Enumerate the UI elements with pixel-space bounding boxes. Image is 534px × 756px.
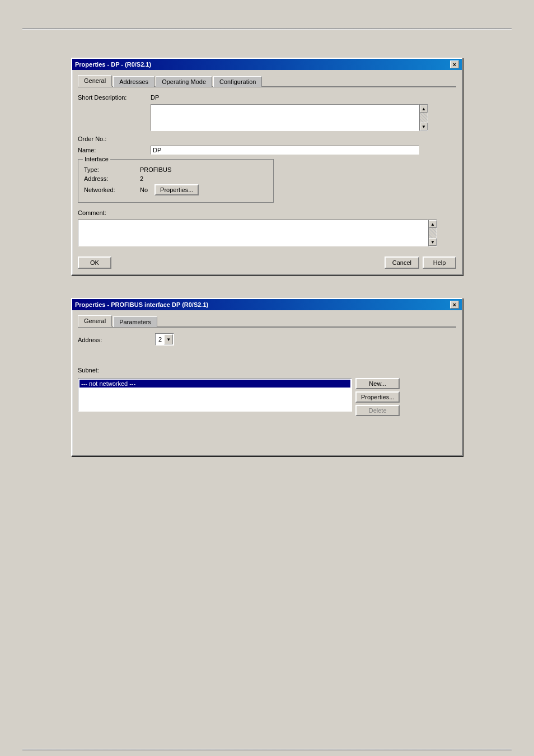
subnet-label: Subnet: [78,366,151,374]
help-button[interactable]: Help [423,256,456,269]
type-label: Type: [84,166,140,173]
networked-label: Networked: [84,186,140,193]
tab-operating-mode[interactable]: Operating Mode [156,76,212,87]
bottom-border [22,749,512,750]
new-button[interactable]: New... [355,378,400,389]
cancel-button[interactable]: Cancel [385,256,419,269]
dialog1-content: General Addresses Operating Mode Configu… [72,70,462,274]
type-row: Type: PROFIBUS [84,166,268,173]
interface-content: Type: PROFIBUS Address: 2 Networked: No … [84,166,268,195]
address-select[interactable]: 2 ▼ [155,333,174,346]
scroll-down-btn[interactable]: ▼ [420,123,428,130]
order-no-label: Order No.: [78,134,151,142]
bottom-spacer [78,416,456,450]
interface-properties-button[interactable]: Properties... [154,184,199,195]
comment-scroll-down[interactable]: ▼ [429,238,437,246]
dialog2-titlebar: Properties - PROFIBUS interface DP (R0/S… [72,299,462,310]
dialog2-tab-general[interactable]: General [78,315,112,327]
footer-left-spacer: OK [78,256,381,269]
dialog2-close-button[interactable]: × [450,301,459,309]
ok-button[interactable]: OK [78,256,111,269]
tab-configuration[interactable]: Configuration [213,76,262,87]
address-row: Address: 2 [84,175,268,182]
comment-label-row: Comment: [78,208,456,216]
dialog2-tab-bar: General Parameters [78,315,456,328]
networked-row: Networked: No Properties... [84,184,268,195]
comment-textarea-row: ▲ ▼ [78,220,456,246]
comment-scroll-track [429,228,437,238]
description-textarea-row: ▲ ▼ [151,104,456,131]
address-select-value: 2 [156,335,164,343]
dialog1-tab-bar: General Addresses Operating Mode Configu… [78,74,456,87]
description-scrollbar[interactable]: ▲ ▼ [419,104,428,131]
short-description-label: Short Description: [78,93,151,101]
name-input[interactable] [151,146,419,155]
dialog1-title: Properties - DP - (R0/S2.1) [75,61,450,68]
name-label: Name: [78,146,151,153]
comment-scroll-up[interactable]: ▲ [429,220,437,228]
dialog1-window: Properties - DP - (R0/S2.1) × General Ad… [71,58,463,276]
subnet-buttons: New... Properties... Delete [355,378,400,416]
interface-legend: Interface [83,156,110,162]
dialog2-address-row: Address: 2 ▼ [78,333,456,346]
dialog2-address-label: Address: [78,335,151,343]
scroll-track [420,113,428,123]
subnet-list[interactable]: --- not networked --- [78,378,352,412]
name-row: Name: [78,146,456,155]
type-value: PROFIBUS [140,166,171,173]
comment-textarea-wrapper: ▲ ▼ [78,220,437,246]
interface-group: Interface Type: PROFIBUS Address: 2 Netw… [78,159,274,203]
dialog1-close-button[interactable]: × [450,60,459,68]
order-no-row: Order No.: [78,134,456,142]
dialog2-content: General Parameters Address: 2 ▼ Subnet: [72,310,462,455]
dialog2-tab-parameters[interactable]: Parameters [113,316,157,327]
short-description-value: DP [151,93,159,101]
dialog1-footer: OK Cancel Help [78,252,456,269]
short-description-row: Short Description: DP [78,93,456,101]
subnet-label-row: Subnet: [78,366,456,374]
page-background: Properties - DP - (R0/S2.1) × General Ad… [11,11,523,756]
address-value: 2 [140,175,143,182]
address-dropdown-arrow[interactable]: ▼ [164,334,173,344]
subnet-section: --- not networked --- New... Properties.… [78,378,456,416]
comment-label: Comment: [78,208,151,216]
scroll-up-btn[interactable]: ▲ [420,105,428,113]
tab-addresses[interactable]: Addresses [113,76,154,87]
subnet-item-not-networked[interactable]: --- not networked --- [79,380,350,388]
top-border [22,28,512,30]
dialog2-window: Properties - PROFIBUS interface DP (R0/S… [71,298,463,456]
description-textarea[interactable] [151,104,419,131]
address-label: Address: [84,175,140,182]
comment-textarea[interactable] [78,220,428,246]
tab-general[interactable]: General [78,75,112,87]
subnet-properties-button[interactable]: Properties... [355,391,400,403]
networked-value: No [140,186,148,193]
spacer [78,349,456,366]
delete-button[interactable]: Delete [355,405,400,416]
dialog1-titlebar: Properties - DP - (R0/S2.1) × [72,59,462,70]
dialog2-title: Properties - PROFIBUS interface DP (R0/S… [75,301,450,308]
comment-scrollbar[interactable]: ▲ ▼ [428,220,437,246]
description-textarea-wrapper: ▲ ▼ [151,104,428,131]
